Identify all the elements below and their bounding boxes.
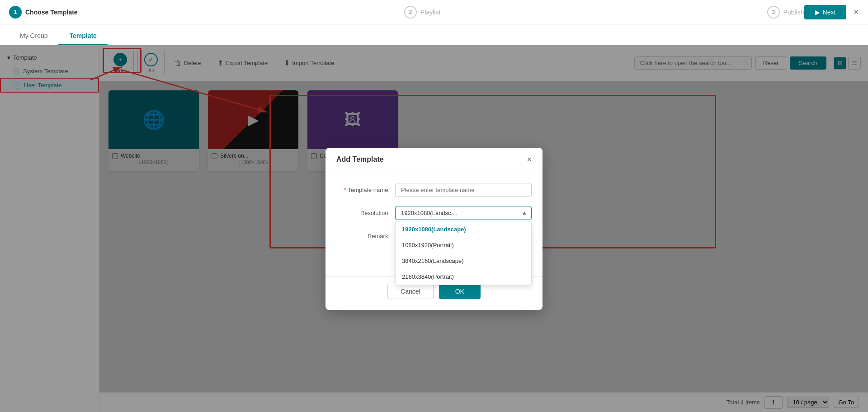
- next-arrow-icon: ▶: [815, 9, 820, 16]
- step-divider-1: [91, 12, 391, 12]
- template-name-label: * Template name:: [336, 183, 395, 193]
- close-button[interactable]: ×: [854, 7, 859, 17]
- step-2: 2 Playlist: [404, 6, 440, 19]
- top-bar: 1 Choose Template 2 Playlist 3 Publish ▶…: [0, 0, 868, 24]
- required-star: *: [344, 187, 348, 193]
- dropdown-item-1[interactable]: 1080x1920(Portrait): [396, 237, 531, 253]
- modal-close-button[interactable]: ×: [527, 155, 532, 164]
- ok-button[interactable]: OK: [439, 284, 481, 299]
- modal-title: Add Template: [336, 155, 384, 164]
- template-name-input[interactable]: [395, 183, 532, 197]
- step-2-label: Playlist: [420, 9, 440, 16]
- step-3-label: Publish: [783, 9, 804, 16]
- add-template-modal: Add Template × * Template name: Resoluti…: [326, 148, 542, 310]
- template-name-row: * Template name:: [336, 183, 532, 197]
- next-label: Next: [823, 9, 836, 16]
- resolution-dropdown-list: 1920x1080(Landscape) 1080x1920(Portrait)…: [395, 221, 532, 285]
- tabs-bar: My Group Template: [0, 24, 868, 45]
- step-divider-2: [454, 12, 753, 12]
- modal-overlay: Add Template × * Template name: Resoluti…: [0, 45, 868, 412]
- resolution-label: Resolution:: [336, 206, 395, 216]
- tab-my-group[interactable]: My Group: [9, 28, 58, 45]
- modal-header: Add Template ×: [326, 148, 542, 172]
- cancel-button[interactable]: Cancel: [387, 284, 434, 299]
- modal-body: * Template name: Resolution: 1920x1080(L…: [326, 172, 542, 276]
- resolution-dropdown-wrapper: 1920x1080(Landsc.... 1080x1920(Portrait)…: [395, 206, 532, 220]
- step-1-label: Choose Template: [25, 9, 78, 16]
- next-button[interactable]: ▶ Next: [804, 5, 847, 19]
- dropdown-item-2[interactable]: 3840x2160(Landscape): [396, 253, 531, 269]
- step-1-circle: 1: [9, 6, 22, 19]
- dropdown-item-3[interactable]: 2160x3840(Portrait): [396, 269, 531, 285]
- tab-template[interactable]: Template: [58, 28, 107, 45]
- dropdown-item-0[interactable]: 1920x1080(Landscape): [396, 221, 531, 237]
- step-3: 3 Publish: [767, 6, 804, 19]
- step-3-circle: 3: [767, 6, 780, 19]
- resolution-row: Resolution: 1920x1080(Landsc.... 1080x19…: [336, 206, 532, 220]
- resolution-select[interactable]: 1920x1080(Landsc.... 1080x1920(Portrait)…: [395, 206, 532, 220]
- remark-label: Remark:: [336, 229, 395, 239]
- step-1: 1 Choose Template: [9, 6, 78, 19]
- step-2-circle: 2: [404, 6, 417, 19]
- main-area: ▾ Template 📄 System Template 📄 User Temp…: [0, 45, 868, 412]
